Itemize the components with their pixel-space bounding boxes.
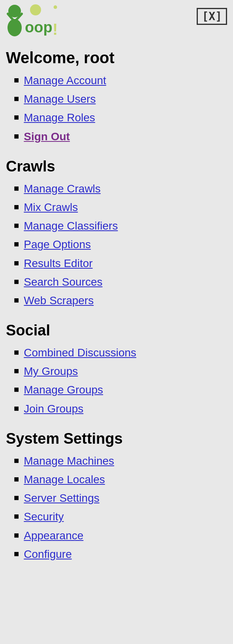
security-link[interactable]: Security [24, 509, 64, 524]
svg-text:!: ! [53, 21, 58, 38]
manage-classifiers-link[interactable]: Manage Classifiers [24, 218, 118, 233]
bullet-icon: ■ [14, 111, 19, 124]
list-item: ■ Security [14, 509, 227, 524]
bullet-icon: ■ [14, 548, 19, 560]
manage-roles-link[interactable]: Manage Roles [24, 110, 95, 125]
svg-point-6 [54, 6, 57, 9]
manage-groups-link[interactable]: Manage Groups [24, 382, 103, 397]
manage-machines-link[interactable]: Manage Machines [24, 453, 114, 469]
bullet-icon: ■ [14, 346, 19, 359]
list-item: ■ Manage Crawls [14, 181, 227, 196]
close-button[interactable]: [X] [197, 8, 227, 25]
configure-link[interactable]: Configure [24, 546, 71, 562]
manage-locales-link[interactable]: Manage Locales [24, 472, 105, 487]
list-item: ■ Manage Users [14, 91, 227, 107]
list-item: ■ Search Sources [14, 274, 227, 290]
system-menu-list: ■ Manage Machines ■ Manage Locales ■ Ser… [6, 453, 227, 562]
list-item: ■ Sign Out [14, 129, 227, 144]
manage-users-link[interactable]: Manage Users [24, 91, 96, 107]
crawls-menu-list: ■ Manage Crawls ■ Mix Crawls ■ Manage Cl… [6, 181, 227, 308]
bullet-icon: ■ [14, 130, 19, 143]
my-groups-link[interactable]: My Groups [24, 363, 78, 379]
join-groups-link[interactable]: Join Groups [24, 401, 83, 416]
welcome-heading: Welcome, root [6, 49, 227, 67]
social-menu-list: ■ Combined Discussions ■ My Groups ■ Man… [6, 345, 227, 416]
bullet-icon: ■ [14, 238, 19, 250]
logo: oop ! [6, 4, 61, 41]
manage-crawls-link[interactable]: Manage Crawls [24, 181, 101, 196]
list-item: ■ Manage Roles [14, 110, 227, 125]
bullet-icon: ■ [14, 473, 19, 486]
list-item: ■ Manage Account [14, 73, 227, 88]
list-item: ■ Web Scrapers [14, 293, 227, 308]
bullet-icon: ■ [14, 220, 19, 232]
bullet-icon: ■ [14, 455, 19, 467]
bullet-icon: ■ [14, 276, 19, 288]
system-settings-heading: System Settings [6, 430, 227, 447]
web-scrapers-link[interactable]: Web Scrapers [24, 293, 94, 308]
bullet-icon: ■ [14, 93, 19, 105]
appearance-link[interactable]: Appearance [24, 528, 83, 543]
social-heading: Social [6, 322, 227, 339]
list-item: ■ Combined Discussions [14, 345, 227, 360]
combined-discussions-link[interactable]: Combined Discussions [24, 345, 136, 360]
bullet-icon: ■ [14, 201, 19, 213]
list-item: ■ Mix Crawls [14, 200, 227, 215]
list-item: ■ Join Groups [14, 401, 227, 416]
bullet-icon: ■ [14, 183, 19, 195]
list-item: ■ Manage Classifiers [14, 218, 227, 233]
bullet-icon: ■ [14, 529, 19, 542]
bullet-icon: ■ [14, 294, 19, 307]
bullet-icon: ■ [14, 365, 19, 377]
results-editor-link[interactable]: Results Editor [24, 256, 92, 271]
page-header: oop ! [X] [6, 4, 227, 41]
list-item: ■ Manage Locales [14, 472, 227, 487]
list-item: ■ Manage Groups [14, 382, 227, 397]
user-menu-list: ■ Manage Account ■ Manage Users ■ Manage… [6, 73, 227, 144]
list-item: ■ Manage Machines [14, 453, 227, 469]
search-sources-link[interactable]: Search Sources [24, 274, 102, 290]
bullet-icon: ■ [14, 257, 19, 269]
bullet-icon: ■ [14, 403, 19, 415]
bullet-icon: ■ [14, 510, 19, 523]
crawls-heading: Crawls [6, 158, 227, 175]
bullet-icon: ■ [14, 492, 19, 504]
server-settings-link[interactable]: Server Settings [24, 490, 99, 506]
page-options-link[interactable]: Page Options [24, 237, 91, 252]
svg-text:oop: oop [25, 19, 53, 36]
bullet-icon: ■ [14, 74, 19, 87]
list-item: ■ Page Options [14, 237, 227, 252]
mix-crawls-link[interactable]: Mix Crawls [24, 200, 78, 215]
list-item: ■ Appearance [14, 528, 227, 543]
list-item: ■ Results Editor [14, 256, 227, 271]
bullet-icon: ■ [14, 384, 19, 396]
manage-account-link[interactable]: Manage Account [24, 73, 106, 88]
list-item: ■ Server Settings [14, 490, 227, 506]
svg-point-1 [30, 4, 41, 15]
sign-out-link[interactable]: Sign Out [24, 129, 70, 144]
list-item: ■ My Groups [14, 363, 227, 379]
list-item: ■ Configure [14, 546, 227, 562]
